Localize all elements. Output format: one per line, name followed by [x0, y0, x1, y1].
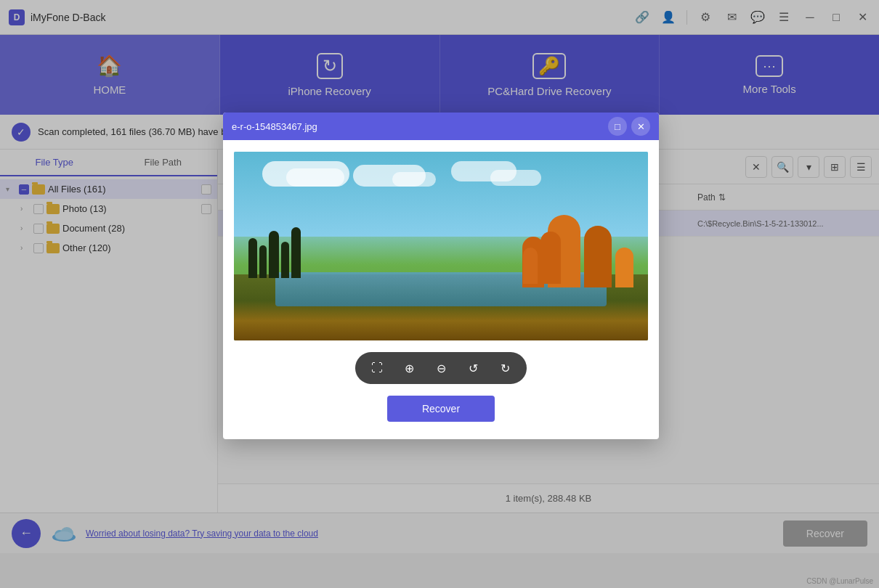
zoom-out-button[interactable]: ⊖ — [431, 358, 451, 378]
autumn-tree-4 — [615, 248, 633, 287]
center-tree-1 — [523, 248, 538, 284]
dark-tree-5 — [291, 227, 301, 278]
image-controls-bar: ⛶ ⊕ ⊖ ↺ ↻ — [355, 352, 527, 384]
dark-tree-4 — [281, 242, 289, 278]
modal-window-controls: □ ✕ — [608, 117, 650, 136]
dark-tree-1 — [248, 238, 257, 278]
fullscreen-button[interactable]: ⛶ — [367, 358, 387, 378]
autumn-tree-3 — [584, 226, 612, 287]
dark-tree-3 — [269, 231, 279, 278]
dark-tree-2 — [259, 245, 267, 278]
zoom-in-button[interactable]: ⊕ — [399, 358, 419, 378]
center-tree-2 — [540, 232, 561, 284]
modal-body: ⛶ ⊕ ⊖ ↺ ↻ Recover — [223, 140, 659, 439]
cloud-6 — [490, 170, 541, 186]
cloud-2 — [286, 168, 344, 187]
modal-maximize-button[interactable]: □ — [608, 117, 627, 136]
left-trees — [248, 227, 301, 278]
modal-recover-button[interactable]: Recover — [387, 396, 495, 422]
rotate-left-button[interactable]: ↺ — [463, 358, 483, 378]
rotate-right-button[interactable]: ↻ — [495, 358, 515, 378]
cloud-4 — [392, 172, 436, 187]
center-right-trees — [523, 232, 561, 284]
modal-close-button[interactable]: ✕ — [631, 117, 650, 136]
modal-title-text: e-r-o-154853467.jpg — [232, 121, 602, 132]
modal-titlebar: e-r-o-154853467.jpg □ ✕ — [223, 113, 659, 140]
clouds-layer — [255, 161, 649, 208]
image-preview-modal: e-r-o-154853467.jpg □ ✕ — [223, 113, 659, 439]
preview-image — [234, 152, 648, 340]
